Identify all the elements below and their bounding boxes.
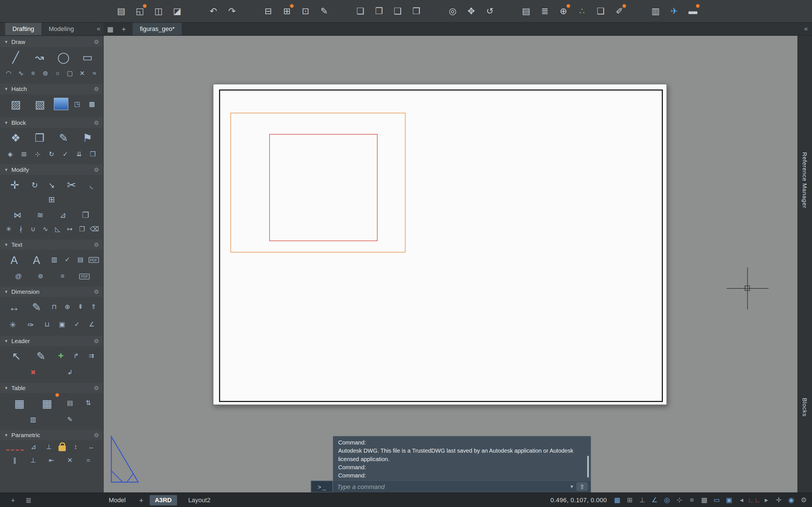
section-header-text[interactable]: ▼ Text ⚙	[0, 239, 103, 250]
save-icon[interactable]: ◫	[149, 3, 168, 19]
realign-leaders-icon[interactable]: ↲	[64, 367, 75, 378]
command-input[interactable]	[336, 483, 567, 491]
polyline-icon[interactable]: ↝	[29, 49, 50, 65]
isolate-objects-icon[interactable]: ◉	[785, 496, 797, 504]
erase-icon[interactable]: ⌫	[89, 224, 100, 234]
section-header-draw[interactable]: ▼ Draw ⚙	[0, 37, 103, 47]
circle-icon[interactable]: ◯	[53, 49, 73, 65]
extract-data-icon[interactable]: ⇊	[73, 149, 85, 159]
table-cell-style-icon[interactable]: ▤	[64, 398, 75, 408]
table-style-icon[interactable]: ▥	[28, 414, 39, 425]
gear-icon[interactable]: ⚙	[94, 166, 99, 173]
edit-cell-icon[interactable]: ✎	[64, 414, 75, 425]
command-history[interactable]: Command:Autodesk DWG. This file is a Tru…	[333, 436, 591, 481]
section-header-hatch[interactable]: ▼ Hatch ⚙	[0, 84, 103, 94]
delete-constraints-icon[interactable]: ✕	[64, 455, 75, 466]
center-mark-icon[interactable]: ⊕	[62, 302, 73, 312]
new-tab-icon[interactable]: +	[117, 25, 131, 33]
parallel-constraint-icon[interactable]: ∥	[9, 455, 20, 466]
coincident-constraint-icon[interactable]	[6, 443, 24, 451]
settings-gear-icon[interactable]: ⚙	[798, 496, 810, 504]
continue-dimension-icon[interactable]: ⊔	[42, 319, 53, 330]
new-layout-icon[interactable]: +	[139, 496, 144, 504]
tab-layout2[interactable]: Layout2	[183, 495, 215, 505]
annotation-scale-icon[interactable]: ⊚	[35, 271, 46, 281]
insert-block-icon[interactable]: ❖	[5, 129, 26, 146]
osnap-icon[interactable]: ◎	[661, 496, 673, 504]
grid-icon[interactable]: ▦	[611, 496, 623, 504]
transparency-icon[interactable]: ▩	[698, 496, 711, 504]
ortho-icon[interactable]: ⊥	[636, 496, 649, 504]
dimensional-constraint-icon[interactable]: ⇤	[46, 455, 57, 466]
edit-dimension-icon[interactable]: ✑	[23, 318, 38, 331]
align-leaders-icon[interactable]: ⇉	[86, 351, 97, 361]
text-icon[interactable]: A	[4, 251, 24, 268]
add-palette-icon[interactable]: +	[5, 496, 20, 504]
redo-icon[interactable]: ↷	[223, 3, 241, 19]
chamfer-icon[interactable]: ◺	[52, 224, 63, 234]
page-setup-icon[interactable]: ⊡	[296, 3, 315, 19]
ellipse-icon[interactable]: ○	[52, 68, 63, 78]
tolerance-icon[interactable]: ✓	[71, 319, 83, 330]
trim-icon[interactable]: ✂	[61, 176, 82, 193]
polygon-icon[interactable]: ▢	[64, 68, 75, 78]
point-icon[interactable]: ✕	[77, 68, 88, 78]
fillet-icon[interactable]: ◟	[84, 179, 98, 191]
tab-modeling[interactable]: Modeling	[42, 23, 81, 35]
gear-icon[interactable]: ⚙	[94, 337, 99, 344]
linear-dimension-icon[interactable]: ↔	[4, 298, 24, 315]
gear-icon[interactable]: ⚙	[94, 39, 99, 45]
tab-drafting[interactable]: Drafting	[5, 23, 42, 35]
copy-icon[interactable]: ❐	[79, 209, 93, 221]
palette-list-icon[interactable]: ≣	[20, 496, 36, 504]
inner-rectangle[interactable]	[269, 134, 377, 241]
text-style-icon[interactable]: ▤	[75, 255, 86, 265]
pan-icon[interactable]: ✥	[462, 3, 480, 19]
export-pdf-text-icon[interactable]: PDF	[88, 255, 99, 265]
justify-text-icon[interactable]: ≡	[57, 271, 68, 281]
horizontal-constraint-icon[interactable]: ↔	[86, 442, 97, 452]
dimension-style-icon[interactable]: ✎	[26, 298, 47, 315]
chevron-down-icon[interactable]: ▾	[567, 483, 576, 490]
collect-leaders-icon[interactable]: ↱	[70, 351, 82, 361]
edit-table-icon[interactable]: ▦	[37, 395, 57, 411]
base-point-icon[interactable]: ⊹	[32, 149, 43, 159]
lengthen-icon[interactable]: ↦	[64, 224, 75, 234]
match-properties-icon[interactable]: ❐	[77, 224, 88, 234]
mtext-icon[interactable]: A	[26, 251, 47, 268]
section-header-leader[interactable]: ▼ Leader ⚙	[0, 336, 103, 346]
section-header-dimension[interactable]: ▼ Dimension ⚙	[0, 287, 103, 297]
export-table-icon[interactable]: ⇅	[83, 398, 94, 408]
move-icon[interactable]: ✛	[4, 176, 25, 193]
gear-icon[interactable]: ⚙	[94, 86, 99, 93]
array-icon[interactable]: ⊞	[44, 193, 59, 205]
multiline-icon[interactable]: ≡	[28, 68, 39, 78]
measure-icon[interactable]: ✐	[610, 3, 629, 19]
table-icon[interactable]: ▦	[9, 395, 30, 411]
gear-icon[interactable]: ⚙	[94, 241, 99, 248]
plot-style-icon[interactable]: ✎	[315, 3, 334, 19]
stretch-icon[interactable]: ↘	[44, 179, 59, 191]
show-constraints-icon[interactable]: ⊥	[43, 442, 54, 452]
command-prompt[interactable]: > _	[311, 481, 333, 492]
annotation-scale-icon[interactable]: ∟∟	[748, 496, 760, 504]
gear-icon[interactable]: ⚙	[94, 288, 99, 295]
tab-reference-manager[interactable]: Reference Manager	[802, 152, 808, 208]
columns-icon[interactable]: ▥	[49, 255, 60, 265]
line-icon[interactable]: ╱	[5, 49, 26, 65]
section-header-parametric[interactable]: ▼ Parametric ⚙	[0, 430, 103, 440]
export-dwf-icon[interactable]: ❏	[351, 3, 370, 19]
point-style-icon[interactable]: ∴	[573, 3, 591, 19]
equal-constraint-icon[interactable]: =	[83, 455, 94, 466]
collapse-palette-icon[interactable]: «	[94, 23, 103, 35]
tab-grid-icon[interactable]: ▦	[103, 25, 117, 33]
lineweight-icon[interactable]: ≡	[686, 496, 698, 504]
collapse-rightbar-icon[interactable]: «	[801, 23, 811, 35]
superhatch-icon[interactable]: ▩	[86, 99, 98, 109]
edit-polyline-icon[interactable]: ∿	[40, 224, 51, 234]
angular-dimension-icon[interactable]: ∠	[86, 319, 97, 330]
spline-icon[interactable]: ∿	[15, 68, 27, 78]
rotate-icon[interactable]: ↻	[28, 179, 42, 191]
object-track-icon[interactable]: ⊹	[673, 496, 686, 504]
gradient-icon[interactable]	[54, 98, 68, 110]
